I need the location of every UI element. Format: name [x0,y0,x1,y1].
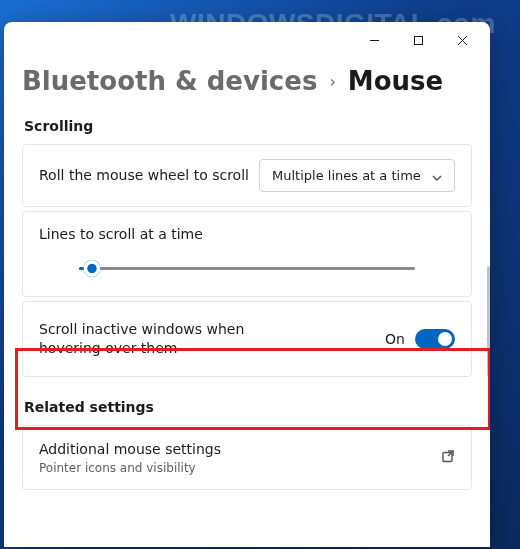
scroll-mode-row: Roll the mouse wheel to scroll Multiple … [23,145,471,206]
titlebar [4,22,490,58]
scroll-inactive-row: Scroll inactive windows when hovering ov… [23,302,471,376]
scrolling-card: Roll the mouse wheel to scroll Multiple … [22,144,472,207]
lines-card: Lines to scroll at a time [22,211,472,297]
toggle-state-text: On [385,331,405,347]
additional-settings-label: Additional mouse settings [39,440,221,459]
scroll-inactive-label: Scroll inactive windows when hovering ov… [39,320,299,358]
scroll-mode-value: Multiple lines at a time [272,168,421,183]
scroll-mode-select[interactable]: Multiple lines at a time [259,159,455,192]
inactive-card: Scroll inactive windows when hovering ov… [22,301,472,377]
slider-track [79,267,415,270]
chevron-down-icon [432,171,442,181]
maximize-icon [413,35,424,46]
section-header-related: Related settings [24,399,470,415]
additional-settings-sub: Pointer icons and visibility [39,461,221,475]
additional-settings-row[interactable]: Additional mouse settings Pointer icons … [23,426,471,489]
open-external-icon [441,448,455,467]
chevron-right-icon: › [329,72,335,91]
breadcrumb-parent[interactable]: Bluetooth & devices [22,66,317,96]
minimize-button[interactable] [352,25,396,55]
minimize-icon [369,35,380,46]
maximize-button[interactable] [396,25,440,55]
breadcrumb: Bluetooth & devices › Mouse [22,66,472,96]
svg-rect-1 [414,36,422,44]
lines-label: Lines to scroll at a time [39,226,455,242]
section-header-scrolling: Scrolling [24,118,470,134]
close-button[interactable] [440,25,484,55]
settings-window: Bluetooth & devices › Mouse Scrolling Ro… [4,22,490,547]
close-icon [457,35,468,46]
slider-thumb[interactable] [84,260,101,277]
scrollbar[interactable] [487,266,490,376]
scroll-mode-label: Roll the mouse wheel to scroll [39,166,249,185]
lines-slider[interactable] [79,260,415,276]
scroll-inactive-toggle[interactable] [415,329,455,349]
page-title: Mouse [348,66,443,96]
additional-settings-card[interactable]: Additional mouse settings Pointer icons … [22,425,472,490]
